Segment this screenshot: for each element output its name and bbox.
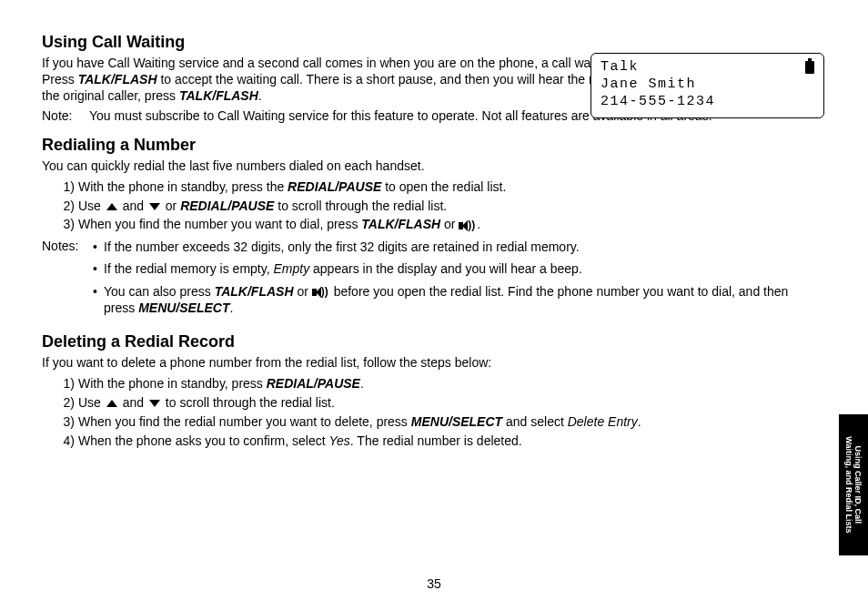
page-content: Talk Jane Smith 214-555-1234 Using Call …	[0, 0, 868, 450]
up-arrow-icon	[106, 400, 117, 407]
key-talk-flash: TALK/FLASH	[215, 284, 294, 299]
redialing-notes: Notes: • If the number exceeds 32 digits…	[42, 239, 823, 321]
note-label: Note:	[42, 108, 89, 123]
notes-label: Notes:	[42, 239, 93, 321]
key-talk-flash: TALK/FLASH	[179, 88, 258, 103]
key-redial-pause: REDIAL/PAUSE	[288, 179, 381, 194]
speakerphone-icon: ))	[312, 287, 330, 298]
speakerphone-icon: ))	[459, 220, 477, 231]
lcd-line2: Jane Smith	[601, 76, 814, 94]
down-arrow-icon	[149, 203, 160, 210]
redialing-steps: 1) With the phone in standby, press the …	[55, 178, 823, 234]
note-bullet: • You can also press TALK/FLASH or )) be…	[93, 283, 823, 316]
page-number: 35	[0, 576, 868, 591]
lcd-line3: 214-555-1234	[601, 94, 814, 111]
heading-deleting-redial: Deleting a Redial Record	[42, 332, 823, 351]
up-arrow-icon	[106, 203, 117, 210]
list-item: 2) Use and or REDIAL/PAUSE to scroll thr…	[55, 198, 823, 215]
redialing-intro: You can quickly redial the last five num…	[42, 158, 823, 175]
key-redial-pause: REDIAL/PAUSE	[180, 199, 274, 213]
key-menu-select: MENU/SELECT	[138, 300, 229, 315]
list-item: 2) Use and to scroll through the redial …	[55, 394, 823, 412]
key-redial-pause: REDIAL/PAUSE	[267, 376, 360, 391]
note-bullet: • If the redial memory is empty, Empty a…	[93, 260, 823, 277]
list-item: 3) When you find the redial number you w…	[55, 413, 823, 431]
heading-call-waiting: Using Call Waiting	[42, 33, 823, 52]
note-bullet: • If the number exceeds 32 digits, only …	[93, 239, 823, 255]
deleting-intro: If you want to delete a phone number fro…	[42, 355, 823, 372]
list-item: 4) When the phone asks you to confirm, s…	[55, 433, 823, 450]
handset-display: Talk Jane Smith 214-555-1234	[590, 53, 824, 118]
key-talk-flash: TALK/FLASH	[361, 217, 440, 231]
deleting-steps: 1) With the phone in standby, press REDI…	[55, 375, 823, 450]
down-arrow-icon	[149, 400, 160, 407]
battery-icon	[805, 61, 814, 74]
lcd-line1: Talk	[601, 59, 639, 76]
list-item: 1) With the phone in standby, press the …	[55, 178, 823, 196]
section-tab: Using Caller ID, Call Waiting, and Redia…	[839, 414, 868, 555]
heading-redialing: Redialing a Number	[42, 136, 823, 155]
key-menu-select: MENU/SELECT	[411, 414, 502, 429]
list-item: 1) With the phone in standby, press REDI…	[55, 375, 823, 392]
key-talk-flash: TALK/FLASH	[78, 72, 157, 87]
list-item: 3) When you find the number you want to …	[55, 216, 823, 233]
